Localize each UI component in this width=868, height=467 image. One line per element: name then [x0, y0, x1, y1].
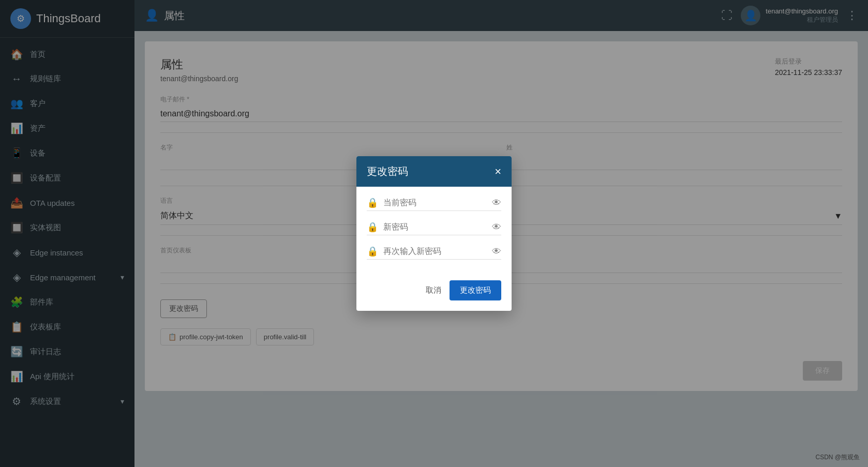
lock-icon-1: 🔒 [367, 197, 378, 208]
confirm-password-input[interactable] [383, 247, 487, 256]
modal-cancel-button[interactable]: 取消 [426, 285, 441, 295]
lock-icon-3: 🔒 [367, 246, 378, 257]
modal-submit-button[interactable]: 更改密码 [450, 280, 501, 300]
new-password-field: 🔒 👁 [367, 221, 501, 235]
lock-icon-2: 🔒 [367, 221, 378, 233]
change-password-modal: 更改密码 × 🔒 👁 🔒 👁 🔒 👁 取消 更改密码 [356, 156, 512, 311]
toggle-current-password-icon[interactable]: 👁 [492, 198, 501, 208]
confirm-password-field: 🔒 👁 [367, 246, 501, 260]
new-password-input[interactable] [383, 222, 487, 232]
modal-overlay[interactable]: 更改密码 × 🔒 👁 🔒 👁 🔒 👁 取消 更改密码 [0, 0, 868, 467]
toggle-confirm-password-icon[interactable]: 👁 [492, 246, 501, 257]
modal-header: 更改密码 × [356, 156, 512, 187]
modal-close-button[interactable]: × [495, 166, 501, 177]
modal-body: 🔒 👁 🔒 👁 🔒 👁 [356, 187, 512, 275]
current-password-input[interactable] [383, 198, 487, 207]
modal-title: 更改密码 [367, 164, 408, 178]
toggle-new-password-icon[interactable]: 👁 [492, 222, 501, 233]
current-password-field: 🔒 👁 [367, 197, 501, 211]
modal-footer: 取消 更改密码 [356, 275, 512, 311]
